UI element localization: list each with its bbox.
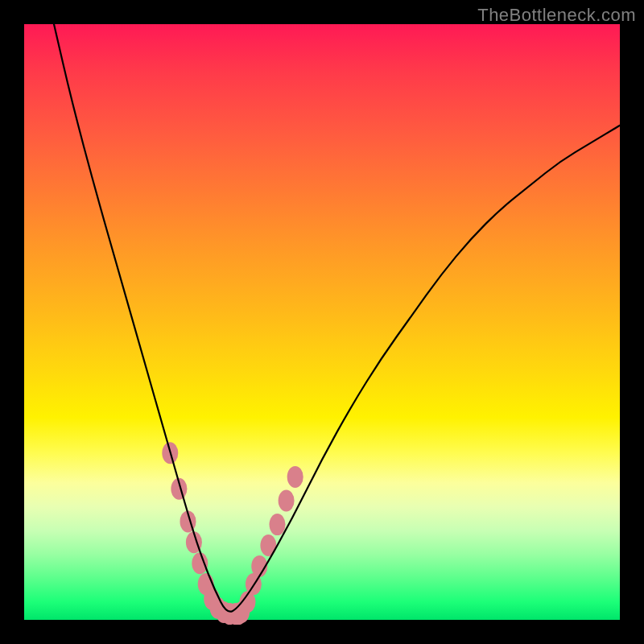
chart-svg bbox=[24, 24, 620, 620]
highlight-dot bbox=[192, 552, 208, 574]
highlight-dot bbox=[279, 490, 295, 512]
highlight-dot bbox=[287, 466, 303, 488]
plot-area bbox=[24, 24, 620, 620]
chart-frame: TheBottleneck.com bbox=[0, 0, 644, 644]
highlight-dots-group bbox=[162, 442, 303, 625]
bottleneck-curve-path bbox=[54, 24, 620, 612]
highlight-dot bbox=[270, 514, 286, 535]
watermark-label: TheBottleneck.com bbox=[477, 5, 636, 26]
